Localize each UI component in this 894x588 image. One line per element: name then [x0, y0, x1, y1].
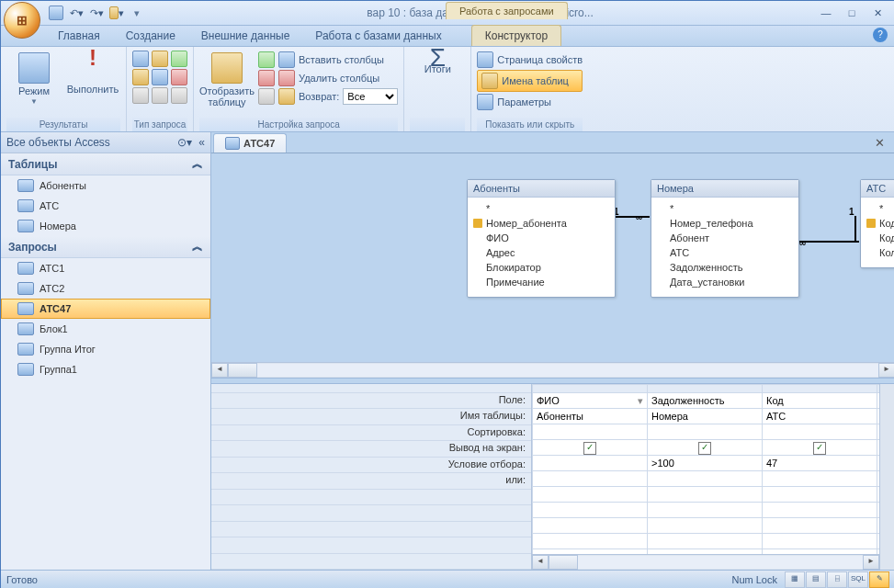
make-table-icon[interactable] — [152, 51, 168, 67]
query-grid[interactable]: ФИО ▾ЗадолженностьКодАбонентыНомераАТС✓✓… — [532, 384, 879, 570]
designer-table[interactable]: АТС*КодКод районаКоличество номеров — [860, 179, 894, 268]
open-icon[interactable]: ▾ — [109, 6, 124, 20]
table-title: АТС — [861, 180, 894, 198]
group-qtype-label: Тип запроса — [132, 118, 187, 131]
nav-query-item[interactable]: Блок1 — [1, 319, 210, 339]
datadef-icon[interactable] — [171, 87, 187, 104]
status-bar: Готово Num Lock ▦ ▤ ⌸ SQL ✎ — [1, 570, 894, 588]
grid-vscroll[interactable] — [879, 384, 894, 570]
select-query-icon[interactable] — [132, 51, 149, 67]
splitter[interactable] — [211, 378, 894, 384]
key-icon — [866, 219, 876, 228]
insert-rows-button[interactable] — [258, 51, 275, 69]
designer-table[interactable]: Номера*Номер_телефонаАбонентАТСЗадолженн… — [651, 179, 799, 298]
grid-hscroll[interactable]: ◄► — [532, 554, 879, 570]
nav-table-item[interactable]: Номера — [1, 216, 210, 236]
qat-customize-icon[interactable]: ▾ — [130, 6, 144, 20]
nav-section-queries[interactable]: Запросы︽ — [1, 236, 210, 258]
tab-external-data[interactable]: Внешние данные — [188, 26, 303, 46]
tab-db-tools[interactable]: Работа с базами данных — [302, 26, 454, 46]
nav-query-item[interactable]: Группа1 — [1, 359, 210, 379]
tab-home[interactable]: Главная — [45, 26, 113, 46]
key-icon — [473, 219, 482, 228]
delete-icon[interactable] — [171, 69, 187, 85]
view-design[interactable]: ✎ — [869, 571, 889, 588]
view-pivotchart[interactable]: ⌸ — [827, 571, 847, 588]
minimize-button[interactable]: — — [816, 6, 836, 20]
close-button[interactable]: ✕ — [867, 6, 888, 20]
query-icon — [17, 343, 34, 356]
doc-close-button[interactable]: ✕ — [870, 134, 889, 152]
rel-many: ∞ — [636, 212, 642, 222]
grid-row-labels: Поле: Имя таблицы: Сортировка: Вывод на … — [211, 384, 532, 570]
view-datasheet[interactable]: ▦ — [785, 571, 805, 588]
maximize-button[interactable]: □ — [842, 6, 862, 20]
nav-query-item[interactable]: АТС47 — [1, 299, 210, 319]
help-button[interactable]: ? — [873, 28, 888, 42]
show-table-button[interactable]: Отобразить таблицу — [199, 51, 255, 109]
return-row: Возврат:Все — [278, 87, 398, 106]
rel-many: ∞ — [799, 238, 806, 248]
append-icon[interactable] — [171, 51, 187, 67]
tab-design[interactable]: Конструктор — [471, 25, 561, 46]
property-sheet-button[interactable]: Страница свойств — [477, 51, 583, 69]
redo-icon[interactable]: ↷▾ — [89, 6, 104, 20]
passthrough-icon[interactable] — [152, 87, 168, 104]
save-icon[interactable] — [49, 6, 63, 20]
totals-button[interactable]: ΣИтоги — [410, 51, 465, 76]
query-icon — [17, 363, 34, 376]
nav-query-item[interactable]: АТС1 — [1, 258, 210, 278]
ribbon-tabs: Главная Создание Внешние данные Работа с… — [1, 26, 894, 47]
delete-rows-button[interactable] — [258, 69, 275, 87]
doc-tab-atc47[interactable]: АТС47 — [213, 133, 287, 153]
table-icon — [17, 179, 34, 192]
nav-query-item[interactable]: АТС2 — [1, 278, 210, 299]
builder-button[interactable] — [258, 87, 275, 106]
tab-create[interactable]: Создание — [113, 26, 188, 46]
nav-dropdown-icon[interactable]: ⊙▾ — [177, 136, 192, 149]
update-icon[interactable] — [132, 69, 149, 85]
document-tabs: АТС47 ✕ — [211, 132, 894, 153]
canvas-hscroll[interactable]: ◄► — [211, 362, 894, 378]
view-button[interactable]: Режим▼ — [6, 51, 62, 109]
nav-header[interactable]: Все объекты Access ⊙▾ « — [1, 132, 210, 153]
table-icon — [17, 220, 34, 232]
query-icon — [17, 302, 34, 315]
query-icon — [225, 137, 240, 150]
nav-section-tables[interactable]: Таблицы︽ — [1, 153, 210, 175]
union-icon[interactable] — [132, 87, 149, 104]
collapse-icon: ︽ — [192, 239, 203, 254]
view-sql[interactable]: SQL — [848, 571, 868, 588]
group-totals-spacer — [410, 118, 465, 131]
run-button[interactable]: !Выполнить — [65, 51, 120, 96]
query-icon — [17, 262, 34, 275]
parameters-button[interactable]: Параметры — [477, 93, 583, 111]
show-checkbox[interactable]: ✓ — [698, 442, 711, 455]
nav-query-item[interactable]: Группа Итог — [1, 339, 210, 359]
query-design-canvas[interactable]: 1 ∞ ∞ 1 Абоненты*Номер_абонентаФИОАдресБ… — [211, 153, 894, 362]
delete-cols-button[interactable]: Удалить столбцы — [278, 69, 398, 87]
query-icon — [17, 322, 34, 335]
nav-table-item[interactable]: Абоненты — [1, 175, 210, 196]
nav-table-item[interactable]: АТС — [1, 196, 210, 216]
nav-collapse-icon[interactable]: « — [198, 136, 205, 149]
crosstab-icon[interactable] — [152, 69, 168, 85]
query-icon — [17, 282, 34, 295]
table-names-button[interactable]: Имена таблиц — [477, 70, 583, 92]
show-checkbox[interactable]: ✓ — [813, 442, 826, 455]
rel-one: 1 — [849, 207, 854, 217]
group-results-label: Результаты — [6, 118, 120, 131]
contextual-tab-label: Работа с запросами — [446, 2, 568, 19]
table-icon — [17, 199, 34, 212]
view-pivot[interactable]: ▤ — [806, 571, 826, 588]
navigation-pane: Все объекты Access ⊙▾ « Таблицы︽ Абонент… — [1, 132, 211, 570]
group-setup-label: Настройка запроса — [199, 118, 398, 131]
insert-cols-button[interactable]: Вставить столбцы — [278, 51, 398, 69]
show-checkbox[interactable]: ✓ — [583, 442, 596, 455]
return-select[interactable]: Все — [343, 88, 398, 105]
office-button[interactable]: ⊞ — [4, 2, 40, 39]
group-showhide-label: Показать или скрыть — [477, 118, 583, 131]
quick-access-toolbar: ↶▾ ↷▾ ▾ ▾ — [49, 6, 144, 20]
undo-icon[interactable]: ↶▾ — [69, 6, 84, 20]
designer-table[interactable]: Абоненты*Номер_абонентаФИОАдресБлокирато… — [467, 179, 616, 298]
